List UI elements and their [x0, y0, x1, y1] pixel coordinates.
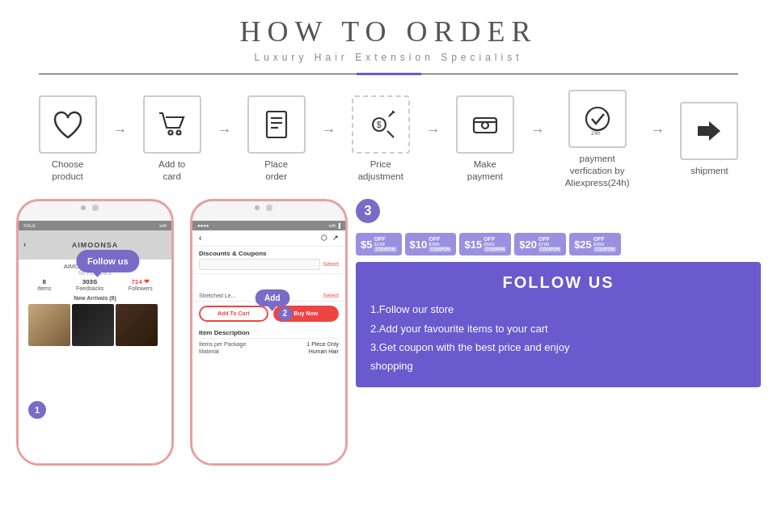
follow-step-1: 1.Follow our store [370, 300, 746, 319]
phone1-status-bar: SALEwifi [19, 221, 171, 230]
coupon-card-3: $15 OFF $599 COUPON [459, 233, 511, 256]
arrow-2: → [217, 122, 231, 157]
coupon-select: Select [323, 261, 339, 267]
coupon-card-5: $25 OFF $999 COUPON [569, 233, 621, 256]
step-place-order: Placeorder [233, 95, 319, 183]
phone2-camera [255, 205, 260, 210]
phone2-status-bar: ●●●●wifi ▐ [192, 221, 345, 230]
step-badge-3: 3 [356, 199, 380, 223]
page-subtitle: Luxury Hair Extension Specialist [0, 52, 777, 63]
product-thumb-2 [72, 304, 114, 346]
arrow-1: → [112, 122, 127, 157]
step-icon-place-order [247, 95, 306, 154]
step-icon-payment-verification: 24h [568, 90, 627, 148]
step-icon-make-payment [456, 95, 514, 154]
item-desc-row-1: Items per Package1 Piece Only [199, 341, 339, 347]
step-icon-shipment [680, 102, 738, 160]
coupons-strip: $5 OFF $199 COUPON $10 OFF $399 COUPON $… [356, 233, 761, 256]
phone1-camera [81, 205, 86, 210]
phone1-mockup: SALEwifi ‹ AIMOONSA AIMOONSA Club Store … [16, 199, 174, 466]
product-grid [25, 302, 165, 348]
step-add-to-card: Add tocard [129, 95, 215, 183]
step-badge-1: 1 [28, 401, 46, 419]
svg-rect-2 [267, 112, 286, 137]
coupon-card-4: $20 OFF $799 COUPON [514, 233, 566, 256]
step-label-place-order: Placeorder [264, 158, 288, 183]
header: HOW TO ORDER Luxury Hair Extension Speci… [0, 0, 777, 75]
coupon-card-1: $5 OFF $199 COUPON [356, 233, 402, 256]
item-desc-title: Item Description [199, 329, 339, 339]
step-label-payment-verification: paymentverfication byAliexpress(24h) [565, 153, 630, 189]
item-desc-row-2: MaterialHuman Hair [199, 348, 339, 354]
phone2-dot [266, 205, 272, 211]
step-make-payment: Makepayment [441, 95, 528, 183]
arrow-3: → [321, 122, 336, 157]
svg-point-1 [176, 131, 180, 135]
svg-text:$: $ [377, 120, 382, 129]
step-label-price-adjustment: Priceadjustment [358, 158, 403, 183]
follow-us-bubble: Follow us [76, 250, 140, 272]
item-desc-section: Item Description Items per Package1 Piec… [192, 326, 345, 359]
add-to-cart-btn[interactable]: Add To Cart [199, 306, 268, 322]
arrow-6: → [650, 122, 665, 157]
arrow-4: → [425, 122, 440, 157]
product-thumb-1 [28, 304, 70, 346]
coupon-card-2: $10 OFF $399 COUPON [405, 233, 457, 256]
step-label-shipment: shipment [690, 165, 728, 177]
phone1-dot [92, 205, 99, 211]
step-label-add-to-card: Add tocard [158, 158, 185, 183]
step-icon-add-to-card [143, 95, 201, 154]
store-logo: AIMOONSA [72, 241, 119, 249]
follow-step-2: 2.Add your favourite items to your cart [370, 319, 746, 338]
step-badge-2: 2 [277, 306, 292, 321]
step-choose-product: Chooseproduct [24, 95, 111, 183]
follow-step-3: 3.Get coupon with the best price and enj… [370, 338, 746, 376]
coupon-box [199, 259, 320, 270]
discounts-section: Discounts & Coupons Select [192, 247, 345, 274]
follow-us-list: 1.Follow our store 2.Add your favourite … [370, 300, 746, 376]
stretched-leg-text: Stretched Le... [199, 293, 236, 298]
page-title: HOW TO ORDER [0, 15, 777, 49]
step-payment-verification: 24h paymentverfication byAliexpress(24h) [546, 90, 648, 189]
step-label-make-payment: Makepayment [467, 158, 503, 183]
arrow-5: → [530, 122, 544, 157]
bottom-section: SALEwifi ‹ AIMOONSA AIMOONSA Club Store … [0, 199, 777, 466]
follow-us-title: FOLLOW US [370, 273, 746, 292]
svg-text:24h: 24h [591, 130, 601, 136]
right-panel: 3 $5 OFF $199 COUPON $10 OFF $399 COUPON [356, 199, 761, 466]
coupon-input: Select [199, 259, 339, 270]
follow-us-panel: FOLLOW US 1.Follow our store 2.Add your … [356, 262, 761, 387]
svg-point-0 [168, 131, 172, 135]
svg-rect-17 [698, 129, 703, 133]
new-arrivals-label: New Arrivals (8) [25, 293, 165, 302]
select-text: Select [323, 293, 339, 298]
product-thumb-3 [116, 304, 158, 346]
step-price-adjustment: $ Priceadjustment [337, 95, 424, 183]
step-icon-price-adjustment: $ [352, 95, 410, 154]
phone2-header: ‹ ⬡↗ [192, 230, 345, 247]
phone2-content: ●●●●wifi ▐ ‹ ⬡↗ Discounts & Coupons Sele… [192, 221, 345, 463]
store-stats: 8Items 303SFeedbacks 714 ❤Followers [25, 278, 165, 291]
step-icon-choose-product [39, 95, 97, 154]
steps-row: Chooseproduct → Add tocard → Placeorder … [0, 75, 777, 196]
add-btn-bubble: Add [255, 289, 289, 306]
svg-line-11 [387, 131, 394, 137]
step-label-choose-product: Chooseproduct [52, 158, 84, 183]
step-shipment: shipment [666, 102, 753, 177]
svg-point-13 [482, 122, 488, 129]
discounts-label: Discounts & Coupons [199, 250, 339, 257]
svg-point-15 [586, 108, 609, 130]
phone2-mockup: ●●●●wifi ▐ ‹ ⬡↗ Discounts & Coupons Sele… [190, 199, 348, 466]
svg-rect-12 [474, 118, 496, 133]
